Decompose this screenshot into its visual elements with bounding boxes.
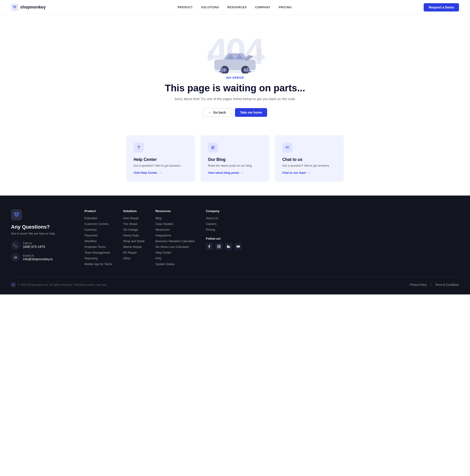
car-svg [207, 44, 263, 74]
footer-link-estimates[interactable]: Estimates [84, 216, 112, 220]
error-label: 404 ERROR [11, 76, 459, 79]
footer-link-payments[interactable]: Payments [84, 234, 112, 237]
footer-small-logo [11, 283, 16, 287]
footer-product-list: Estimates Customer Comms Inventory Payme… [84, 216, 112, 266]
hero-buttons: ← Go back Take me home [11, 108, 459, 117]
footer-col-product: Product Estimates Customer Comms Invento… [84, 209, 112, 266]
footer-resources-list: Blog Case Studies Newsroom Integrations … [155, 216, 195, 266]
footer-link-empower-techs[interactable]: Empower Techs [84, 245, 112, 249]
help-center-title: Help Center [134, 157, 188, 162]
our-blog-card: Our Blog Read the latest posts on our bl… [201, 135, 269, 182]
instagram-icon[interactable] [216, 243, 222, 250]
view-blog-link[interactable]: View latest blog posts → [208, 171, 262, 174]
404-illustration: 404 [11, 29, 459, 74]
svg-rect-23 [212, 148, 214, 149]
nav-solutions[interactable]: SOLUTIONS [201, 6, 219, 9]
footer-link-auto-repair[interactable]: Auto Repair [123, 216, 144, 220]
footer-link-pricing[interactable]: Pricing [206, 228, 242, 231]
facebook-icon[interactable] [206, 243, 213, 250]
footer-link-newsroom[interactable]: Newsroom [155, 228, 195, 231]
arrow-right-icon: → [307, 171, 310, 174]
blog-icon [208, 142, 218, 153]
footer-link-oil-change[interactable]: Oil Change [123, 228, 144, 231]
footer-link-inventory[interactable]: Inventory [84, 228, 112, 231]
footer-link-careers[interactable]: Careers [206, 222, 242, 226]
legal-divider: | [431, 283, 431, 287]
footer-link-integrations[interactable]: Integrations [155, 234, 195, 237]
chat-icon [282, 142, 292, 153]
footer-link-rv-repair[interactable]: RV Repair [123, 251, 144, 254]
arrow-right-icon: → [240, 171, 243, 174]
svg-point-39 [227, 245, 228, 246]
svg-point-33 [14, 214, 15, 215]
help-center-desc: Got a question? We've got answers [134, 164, 188, 167]
footer-link-help-center[interactable]: Help Center [155, 251, 195, 254]
youtube-icon[interactable] [235, 243, 242, 250]
arrow-left-icon: ← [208, 111, 211, 114]
footer-col-company: Company About Us Careers Pricing Follow … [206, 209, 242, 266]
footer-link-marine-repair[interactable]: Marine Repair [123, 245, 144, 249]
help-center-card: ? Help Center Got a question? We've got … [126, 135, 195, 182]
follow-us-section: Follow us! [206, 237, 242, 250]
svg-point-25 [286, 147, 287, 148]
email-contact: ✉ Email Us info@shopmonkey.io [11, 253, 71, 262]
footer-link-bv-calculator[interactable]: Business Valuation Calculator [155, 239, 195, 243]
go-back-button[interactable]: ← Go back [203, 108, 231, 117]
footer-col-solutions: Solutions Auto Repair Tire Shops Oil Cha… [123, 209, 144, 266]
footer-link-wrap-detail[interactable]: Wrap and Detail [123, 239, 144, 243]
footer-link-system-status[interactable]: System Status [155, 262, 195, 266]
take-me-home-button[interactable]: Take me home [235, 108, 267, 117]
footer-link-team-management[interactable]: Team Management [84, 251, 112, 254]
footer-link-tire-shops[interactable]: Tire Shops [123, 222, 144, 226]
footer-link-noshow-calculator[interactable]: No-Show Loss Calculator [155, 245, 195, 249]
privacy-policy-link[interactable]: Privacy Policy [410, 283, 427, 287]
our-blog-title: Our Blog [208, 157, 262, 162]
chat-title: Chat to us [282, 157, 336, 162]
footer-col-resources-heading: Resources [155, 209, 195, 213]
visit-help-center-link[interactable]: Visit Help Center → [134, 171, 188, 174]
svg-rect-16 [245, 71, 251, 72]
footer-link-case-studies[interactable]: Case Studies [155, 222, 195, 226]
chat-team-link[interactable]: Chat to our team → [282, 171, 336, 174]
footer-solutions-list: Auto Repair Tire Shops Oil Change Heavy … [123, 216, 144, 260]
hero-title: This page is waiting on parts... [11, 83, 459, 94]
nav-pricing[interactable]: PRICING [279, 6, 292, 9]
footer-link-customer-comms[interactable]: Customer Comms [84, 222, 112, 226]
svg-rect-18 [257, 48, 262, 61]
request-demo-button[interactable]: Request a Demo [424, 3, 459, 12]
footer-link-reporting[interactable]: Reporting [84, 256, 112, 260]
footer-link-about-us[interactable]: About Us [206, 216, 242, 220]
logo[interactable]: shopmonkey [11, 4, 46, 11]
svg-point-43 [12, 284, 15, 286]
arrow-right-icon: → [159, 171, 162, 174]
footer-link-mobile-app[interactable]: Mobile App for Techs [84, 262, 112, 266]
footer-link-other[interactable]: Other [123, 256, 144, 260]
svg-point-3 [13, 6, 14, 7]
nav-company[interactable]: COMPANY [255, 6, 270, 9]
call-contact: 📞 Call Us (408) 675-1879 [11, 241, 71, 250]
footer-logo-icon [11, 209, 22, 220]
email-icon: ✉ [11, 253, 20, 262]
social-icons [206, 243, 242, 250]
footer-link-faq[interactable]: FAQ [155, 256, 195, 260]
svg-rect-6 [214, 60, 256, 70]
footer: Any Questions? Get in touch! We are here… [0, 196, 470, 294]
footer-columns: Product Estimates Customer Comms Invento… [84, 209, 459, 266]
svg-point-37 [220, 246, 220, 246]
navbar: shopmonkey PRODUCT SOLUTIONS RESOURCES C… [0, 0, 470, 15]
linkedin-icon[interactable] [225, 243, 232, 250]
footer-col-product-heading: Product [84, 209, 112, 213]
footer-bottom: © 2022 Shopmonkey Inc. All rights reserv… [11, 277, 459, 287]
svg-point-9 [224, 69, 226, 71]
nav-links: PRODUCT SOLUTIONS RESOURCES COMPANY PRIC… [178, 6, 292, 9]
footer-link-workflow[interactable]: Workflow [84, 239, 112, 243]
call-label: Call Us [23, 242, 45, 245]
nav-resources[interactable]: RESOURCES [227, 6, 247, 9]
footer-link-blog[interactable]: Blog [155, 216, 195, 220]
svg-point-12 [244, 69, 246, 71]
nav-product[interactable]: PRODUCT [178, 6, 193, 9]
footer-link-heavy-duty[interactable]: Heavy Duty [123, 234, 144, 237]
terms-conditions-link[interactable]: Terms & Conditions [435, 283, 459, 287]
logo-text: shopmonkey [20, 5, 46, 10]
help-icon: ? [134, 142, 144, 153]
